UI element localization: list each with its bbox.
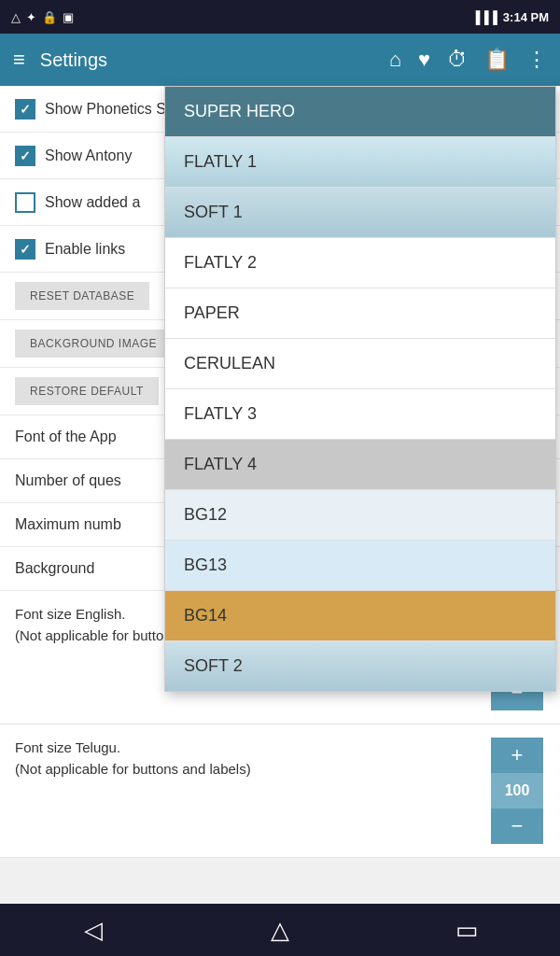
fontsize-telugu-value: 100 (491, 773, 543, 808)
dropdown-item-soft1[interactable]: SOFT 1 (165, 188, 555, 238)
battery-small-icon: ▣ (63, 10, 74, 24)
status-right: ▐▐▐ 3:14 PM (471, 10, 549, 24)
dropdown-item-flatly1[interactable]: FLATLY 1 (165, 137, 555, 188)
back-icon: ◁ (84, 916, 103, 945)
fontsize-telugu-label: Font size Telugu. (Not applicable for bu… (15, 738, 251, 780)
added-checkbox[interactable] (15, 192, 35, 213)
history-icon[interactable]: ⏱ (447, 48, 468, 72)
lock-icon: 🔒 (42, 10, 57, 24)
settings-content: ✓ Show Phonetics Symbols ✓ Show Antony S… (0, 86, 560, 858)
dropdown-item-bg14[interactable]: BG14 (165, 591, 555, 641)
heart-icon[interactable]: ♥ (418, 48, 430, 72)
fontsize-telugu-plus[interactable]: + (491, 738, 543, 773)
background-label: Background (15, 560, 94, 577)
dropdown-item-flatly4[interactable]: FLATLY 4 (165, 440, 555, 490)
added-label[interactable]: Show added a (15, 192, 140, 213)
antony-checkbox[interactable]: ✓ (15, 146, 35, 166)
reset-database-button[interactable]: RESET DATABASE (15, 282, 149, 310)
dropdown-item-paper[interactable]: PAPER (165, 288, 555, 339)
fontsize-telugu-minus[interactable]: − (491, 808, 543, 844)
menu-icon[interactable]: ≡ (13, 48, 25, 72)
sim-icon: △ (11, 10, 21, 24)
recents-icon: ▭ (455, 916, 479, 945)
home-nav-icon: △ (271, 916, 289, 945)
added-text: Show added a (45, 194, 140, 211)
bottom-nav: ◁ △ ▭ (0, 904, 560, 956)
links-label[interactable]: ✓ Enable links (15, 239, 125, 260)
fontsize-telugu-controls: + 100 − (489, 738, 545, 844)
home-button[interactable]: △ (252, 904, 308, 956)
fontsize-telugu-section: Font size Telugu. (Not applicable for bu… (0, 724, 560, 858)
dropdown-item-bg13[interactable]: BG13 (165, 541, 555, 591)
links-checkbox[interactable]: ✓ (15, 239, 35, 260)
bluetooth-icon: ✦ (26, 10, 36, 24)
status-left: △ ✦ 🔒 ▣ (11, 10, 74, 24)
more-icon[interactable]: ⋮ (526, 48, 547, 72)
phonetics-checkbox[interactable]: ✓ (15, 99, 35, 120)
font-app-label: Font of the App (15, 429, 117, 445)
num-ques-label: Number of ques (15, 472, 121, 489)
dropdown-item-bg12[interactable]: BG12 (165, 490, 555, 541)
antony-label[interactable]: ✓ Show Antony (15, 146, 132, 166)
recents-button[interactable]: ▭ (439, 904, 495, 956)
background-image-button[interactable]: BACKGROUND IMAGE (15, 330, 172, 358)
back-button[interactable]: ◁ (65, 904, 121, 956)
dropdown-item-cerulean[interactable]: CERULEAN (165, 339, 555, 389)
status-bar: △ ✦ 🔒 ▣ ▐▐▐ 3:14 PM (0, 0, 560, 34)
restore-default-button[interactable]: RESTORE DEFAULT (15, 377, 159, 405)
toolbar-title: Settings (40, 49, 374, 71)
theme-dropdown[interactable]: SUPER HERO FLATLY 1 SOFT 1 FLATLY 2 PAPE… (164, 86, 556, 692)
dropdown-item-flatly3[interactable]: FLATLY 3 (165, 389, 555, 440)
toolbar: ≡ Settings ⌂ ♥ ⏱ 📋 ⋮ (0, 34, 560, 86)
max-num-label: Maximum numb (15, 516, 121, 533)
antony-text: Show Antony (45, 148, 132, 164)
dropdown-item-soft2[interactable]: SOFT 2 (165, 641, 555, 691)
links-text: Enable links (45, 241, 125, 258)
home-icon[interactable]: ⌂ (389, 48, 401, 72)
time-display: 3:14 PM (503, 10, 549, 24)
dropdown-item-super-hero[interactable]: SUPER HERO (165, 87, 555, 137)
clipboard-icon[interactable]: 📋 (484, 48, 510, 72)
dropdown-item-flatly2[interactable]: FLATLY 2 (165, 238, 555, 288)
toolbar-icons: ⌂ ♥ ⏱ 📋 ⋮ (389, 48, 547, 72)
signal-icon: ▐▐▐ (471, 10, 497, 24)
